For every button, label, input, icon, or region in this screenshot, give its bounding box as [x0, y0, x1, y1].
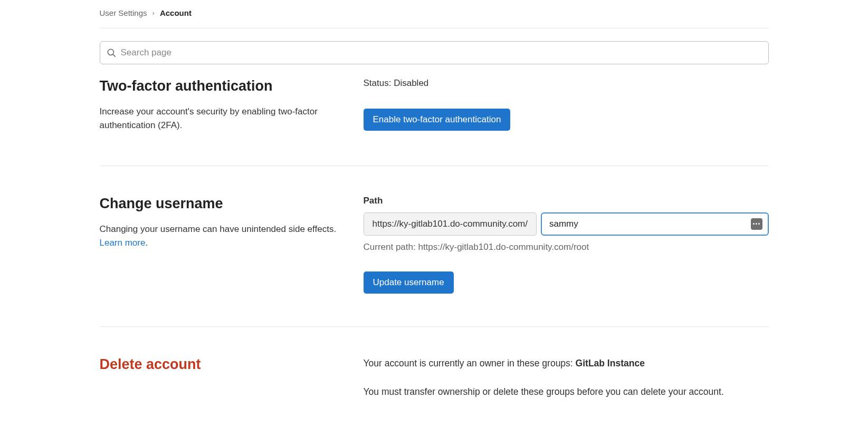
divider — [100, 166, 769, 166]
divider — [100, 326, 769, 327]
breadcrumb-current: Account — [160, 8, 192, 17]
update-username-button[interactable]: Update username — [364, 271, 454, 294]
path-prefix: https://ky-gitlab101.do-community.com/ — [364, 212, 537, 236]
delete-account-section: Delete account Your account is currently… — [100, 356, 769, 437]
two-factor-heading: Two-factor authentication — [100, 78, 342, 94]
path-label: Path — [364, 196, 769, 206]
svg-line-1 — [112, 54, 115, 56]
change-username-section: Change username Changing your username c… — [100, 196, 769, 319]
search-icon — [107, 48, 117, 58]
enable-two-factor-button[interactable]: Enable two-factor authentication — [364, 109, 511, 131]
svg-point-0 — [108, 49, 113, 55]
learn-more-link[interactable]: Learn more — [100, 238, 146, 248]
password-manager-icon[interactable] — [751, 218, 762, 230]
chevron-right-icon: › — [152, 9, 155, 17]
delete-account-heading: Delete account — [100, 356, 342, 373]
username-input[interactable] — [542, 213, 768, 235]
change-username-description: Changing your username can have unintend… — [100, 222, 342, 250]
owner-group-name: GitLab Instance — [576, 358, 645, 368]
delete-account-instruction: You must transfer ownership or delete th… — [364, 385, 769, 399]
current-path-hint: Current path: https://ky-gitlab101.do-co… — [364, 242, 769, 253]
two-factor-description: Increase your account's security by enab… — [100, 105, 342, 133]
delete-account-owner-notice: Your account is currently an owner in th… — [364, 356, 769, 370]
search-page-field[interactable] — [100, 41, 769, 64]
username-input-wrap[interactable] — [541, 212, 769, 236]
two-factor-status: Status: Disabled — [364, 78, 769, 89]
divider — [100, 28, 769, 28]
change-username-heading: Change username — [100, 196, 342, 212]
breadcrumb-parent[interactable]: User Settings — [100, 8, 147, 17]
breadcrumb: User Settings › Account — [100, 6, 769, 28]
search-input[interactable] — [121, 47, 762, 58]
two-factor-section: Two-factor authentication Increase your … — [100, 78, 769, 158]
